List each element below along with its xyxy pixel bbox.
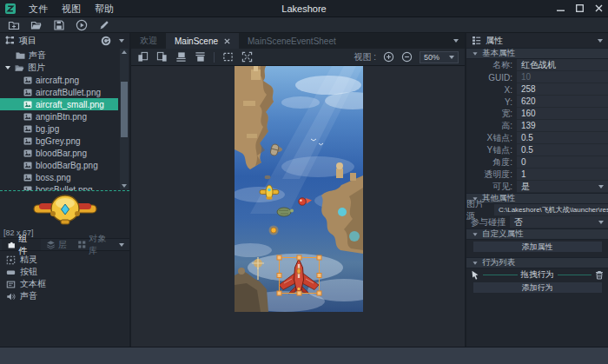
sprite-preview-image xyxy=(30,192,100,227)
drag-behavior-icon xyxy=(471,270,479,280)
move-layer-down-icon[interactable] xyxy=(195,51,206,63)
scene-canvas-area[interactable] xyxy=(131,66,465,347)
component-textbox[interactable]: 文本框 xyxy=(0,278,129,290)
tree-item-folder-sound[interactable]: 声音 xyxy=(0,50,118,62)
tab-components[interactable]: 组件 xyxy=(2,239,41,250)
preview-play-icon[interactable] xyxy=(76,19,88,31)
prop-value-x[interactable]: 258 xyxy=(517,83,608,96)
minimize-button[interactable] xyxy=(551,0,570,17)
scene-editor: 欢迎 MainScene MainSceneEventSheet xyxy=(131,33,466,347)
zoom-out-icon[interactable] xyxy=(401,51,413,63)
scroll-down-icon[interactable] xyxy=(122,184,127,188)
bottom-tabs-caret[interactable] xyxy=(119,243,124,247)
open-project-icon[interactable] xyxy=(30,19,43,31)
scrollbar-thumb[interactable] xyxy=(121,82,128,137)
component-sprite[interactable]: 精灵 xyxy=(0,254,129,266)
send-to-back-icon[interactable] xyxy=(156,51,168,63)
tree-item[interactable]: bloodBarBg.png xyxy=(0,159,118,171)
tree-item[interactable]: bgGrey.png xyxy=(0,135,118,147)
tab-mainscene-eventsheet[interactable]: MainSceneEventSheet xyxy=(239,33,345,49)
refresh-icon[interactable] xyxy=(101,36,111,46)
prop-row-image-source: 图片源 C:\Lakeshore\飞机大战\launcher\reso xyxy=(466,204,608,216)
tree-item[interactable]: aircraft.png xyxy=(0,74,118,86)
prop-value-name[interactable]: 红色战机 xyxy=(517,59,608,71)
tree-item-selected[interactable]: aircraft_small.png xyxy=(0,98,118,110)
add-property-button[interactable]: 添加属性 xyxy=(473,242,602,252)
tab-object-library[interactable]: 对象库 xyxy=(72,239,119,250)
dropdown-caret-icon xyxy=(598,221,604,224)
behavior-rule-line xyxy=(483,275,518,275)
section-custom-properties[interactable]: 自定义属性 xyxy=(466,228,608,240)
image-file-icon xyxy=(23,186,32,191)
zoom-select-caret xyxy=(449,56,454,59)
prop-value-image-source[interactable]: C:\Lakeshore\飞机大战\launcher\reso xyxy=(494,204,608,216)
prop-value-visible-dropdown[interactable]: 是 xyxy=(517,181,608,193)
menu-view[interactable]: 视图 xyxy=(55,0,88,17)
tree-item-folder-images[interactable]: 图片 xyxy=(0,62,118,74)
sprite-icon xyxy=(6,255,16,265)
add-behavior-button[interactable]: 添加行为 xyxy=(473,282,602,293)
section-behavior-list[interactable]: 行为列表 xyxy=(466,257,608,268)
prop-row-guid: GUID: 10 xyxy=(466,71,608,83)
prop-value-angle[interactable]: 0 xyxy=(517,156,608,169)
move-layer-up-icon[interactable] xyxy=(175,51,187,63)
canvas-toolbar: 视图 : 50% xyxy=(131,49,465,66)
expand-caret-icon[interactable] xyxy=(5,66,10,69)
project-tree: 声音 图片 aircraft.png aircraftBullet.png xyxy=(0,48,129,190)
menu-help[interactable]: 帮助 xyxy=(88,0,121,17)
tab-close-icon[interactable] xyxy=(224,38,230,44)
prop-row-y: Y: 620 xyxy=(466,96,608,108)
tab-mainscene[interactable]: MainScene xyxy=(166,33,239,49)
scroll-up-icon[interactable] xyxy=(122,50,127,54)
tabbar-caret[interactable] xyxy=(453,39,459,43)
workspace: 项目 声音 图片 xyxy=(0,33,608,347)
project-panel-menu-caret[interactable] xyxy=(119,39,124,43)
section-basic-properties[interactable]: 基本属性 xyxy=(466,48,608,59)
marquee-select-icon[interactable] xyxy=(222,51,234,63)
tree-item[interactable]: aircraftBullet.png xyxy=(0,86,118,98)
prop-value-anchor-y[interactable]: 0.5 xyxy=(517,144,608,156)
tree-item[interactable]: boss.png xyxy=(0,171,118,183)
zoom-in-icon[interactable] xyxy=(383,51,394,63)
prop-value-anchor-x[interactable]: 0.5 xyxy=(517,132,608,144)
save-icon[interactable] xyxy=(53,19,65,31)
prop-value-opacity[interactable]: 1 xyxy=(517,169,608,181)
project-tree-icon xyxy=(5,36,15,45)
textbox-icon xyxy=(6,280,16,289)
tree-scrollbar[interactable] xyxy=(120,49,129,189)
tab-welcome[interactable]: 欢迎 xyxy=(131,33,166,49)
prop-row-width: 宽: 160 xyxy=(466,108,608,120)
prop-value-collision-dropdown[interactable]: 否 xyxy=(510,216,608,228)
prop-row-x: X: 258 xyxy=(466,83,608,96)
publish-pen-icon[interactable] xyxy=(98,19,110,31)
maximize-icon xyxy=(576,4,584,12)
behavior-item-drag[interactable]: 拖拽行为 xyxy=(466,268,608,281)
new-project-icon[interactable] xyxy=(8,19,20,31)
menu-file[interactable]: 文件 xyxy=(22,0,55,17)
image-file-icon xyxy=(23,101,32,109)
delete-behavior-trash-icon[interactable] xyxy=(595,270,604,280)
tree-item[interactable]: bloodBar.png xyxy=(0,147,118,159)
prop-value-height[interactable]: 139 xyxy=(517,120,608,132)
close-button[interactable] xyxy=(589,0,608,17)
component-button[interactable]: 按钮 xyxy=(0,266,129,278)
prop-row-height: 高: 139 xyxy=(466,120,608,132)
minimize-icon xyxy=(557,4,565,12)
image-file-icon xyxy=(23,162,32,169)
bring-to-front-icon[interactable] xyxy=(137,51,149,63)
maximize-button[interactable] xyxy=(570,0,589,17)
tree-item[interactable]: bg.jpg xyxy=(0,122,118,135)
fit-view-icon[interactable] xyxy=(241,51,253,63)
prop-value-width[interactable]: 160 xyxy=(517,108,608,120)
tree-item[interactable]: bossBullet.png xyxy=(0,183,118,190)
properties-panel-caret[interactable] xyxy=(598,39,603,43)
image-file-icon xyxy=(23,125,32,133)
tree-item[interactable]: anginBtn.png xyxy=(0,110,118,122)
tab-layers[interactable]: 层 xyxy=(41,239,72,250)
image-file-icon xyxy=(23,113,32,121)
zoom-level-select[interactable]: 50% xyxy=(420,51,459,63)
scene-viewport[interactable] xyxy=(235,66,363,312)
component-sound[interactable]: 声音 xyxy=(0,290,129,302)
image-file-icon xyxy=(23,76,32,84)
prop-value-y[interactable]: 620 xyxy=(517,96,608,108)
